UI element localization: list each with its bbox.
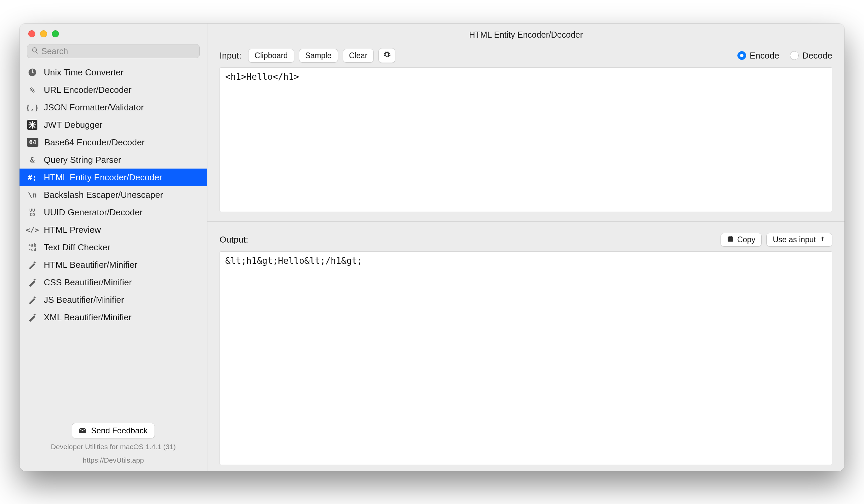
- sidebar-item-uuid[interactable]: UUID UUID Generator/Decoder: [20, 204, 207, 221]
- send-feedback-button[interactable]: Send Feedback: [72, 423, 155, 439]
- clipboard-button[interactable]: Clipboard: [248, 49, 294, 63]
- base64-icon: 64: [27, 138, 38, 147]
- sidebar-item-html-beautifier[interactable]: HTML Beautifier/Minifier: [20, 256, 207, 273]
- tool-list: Unix Time Converter % URL Encoder/Decode…: [20, 62, 207, 418]
- sidebar-footer: Send Feedback Developer Utilities for ma…: [20, 418, 207, 471]
- input-section: Input: Clipboard Sample Clear Encode: [207, 46, 844, 220]
- percent-icon: %: [27, 84, 38, 95]
- clear-button[interactable]: Clear: [343, 49, 374, 63]
- input-toolbar: Input: Clipboard Sample Clear Encode: [219, 46, 832, 65]
- angle-brackets-icon: </>: [27, 224, 38, 235]
- search-input[interactable]: [41, 47, 195, 56]
- search-field[interactable]: [27, 44, 200, 58]
- settings-button[interactable]: [379, 48, 395, 63]
- sidebar-item-css-beautifier[interactable]: CSS Beautifier/Minifier: [20, 273, 207, 291]
- sidebar-item-label: JS Beautifier/Minifier: [44, 295, 124, 305]
- wand-icon: [27, 277, 38, 288]
- output-label: Output:: [219, 234, 248, 245]
- backslash-n-icon: \n: [27, 189, 38, 200]
- gear-icon: [383, 50, 391, 61]
- sidebar-item-label: HTML Beautifier/Minifier: [44, 260, 137, 270]
- main-panel: HTML Entity Encoder/Decoder Input: Clipb…: [207, 24, 844, 471]
- sidebar-item-label: URL Encoder/Decoder: [44, 85, 132, 95]
- jwt-icon: [27, 120, 38, 130]
- encode-radio[interactable]: Encode: [737, 50, 779, 61]
- sidebar-item-label: Text Diff Checker: [44, 242, 110, 253]
- output-textarea[interactable]: &lt;h1&gt;Hello&lt;/h1&gt;: [219, 251, 832, 465]
- sidebar: Unix Time Converter % URL Encoder/Decode…: [20, 24, 207, 471]
- sidebar-item-label: UUID Generator/Decoder: [44, 207, 142, 218]
- wand-icon: [27, 294, 38, 305]
- sidebar-item-label: JSON Formatter/Validator: [44, 102, 144, 113]
- sidebar-item-url-encoder[interactable]: % URL Encoder/Decoder: [20, 81, 207, 99]
- zoom-window-button[interactable]: [52, 30, 59, 37]
- sidebar-item-jwt[interactable]: JWT Debugger: [20, 116, 207, 134]
- use-as-input-button[interactable]: Use as input: [766, 233, 832, 247]
- copy-button-label: Copy: [737, 235, 755, 244]
- sidebar-item-label: Backslash Escaper/Unescaper: [44, 190, 163, 200]
- decode-radio-label: Decode: [802, 50, 832, 61]
- input-textarea[interactable]: <h1>Hello</h1>: [219, 67, 832, 212]
- uuid-icon: UUID: [27, 207, 38, 218]
- sidebar-item-html-entity[interactable]: #; HTML Entity Encoder/Decoder: [20, 169, 207, 186]
- sidebar-item-js-beautifier[interactable]: JS Beautifier/Minifier: [20, 291, 207, 308]
- clock-icon: [27, 67, 38, 78]
- wand-icon: [27, 259, 38, 270]
- radio-disc-icon: [737, 51, 746, 60]
- app-window: Unix Time Converter % URL Encoder/Decode…: [20, 24, 844, 471]
- sidebar-item-text-diff[interactable]: +ab-cd Text Diff Checker: [20, 238, 207, 256]
- sidebar-item-label: CSS Beautifier/Minifier: [44, 277, 132, 288]
- sidebar-item-label: XML Beautifier/Minifier: [44, 312, 132, 323]
- sidebar-item-label: HTML Preview: [44, 225, 101, 235]
- diff-icon: +ab-cd: [27, 242, 38, 253]
- close-window-button[interactable]: [28, 30, 35, 37]
- output-toolbar: Output: Copy Use as input: [219, 230, 832, 249]
- sidebar-item-label: Query String Parser: [44, 155, 121, 165]
- mail-icon: [79, 426, 86, 435]
- minimize-window-button[interactable]: [40, 30, 47, 37]
- copy-button[interactable]: Copy: [721, 233, 761, 247]
- sidebar-item-label: HTML Entity Encoder/Decoder: [44, 172, 162, 183]
- sidebar-item-label: Unix Time Converter: [44, 67, 123, 78]
- sidebar-item-html-preview[interactable]: </> HTML Preview: [20, 221, 207, 238]
- radio-disc-icon: [790, 51, 799, 60]
- sidebar-item-base64[interactable]: 64 Base64 Encoder/Decoder: [20, 134, 207, 151]
- clipboard-icon: [727, 235, 734, 244]
- use-as-input-label: Use as input: [773, 235, 816, 244]
- send-feedback-label: Send Feedback: [91, 426, 147, 435]
- sidebar-item-json[interactable]: {,} JSON Formatter/Validator: [20, 99, 207, 116]
- sidebar-item-label: JWT Debugger: [44, 120, 103, 130]
- wand-icon: [27, 312, 38, 323]
- sidebar-item-backslash[interactable]: \n Backslash Escaper/Unescaper: [20, 186, 207, 204]
- sample-button[interactable]: Sample: [299, 49, 338, 63]
- window-title: HTML Entity Encoder/Decoder: [207, 24, 844, 46]
- hash-semicolon-icon: #;: [27, 172, 38, 183]
- ampersand-icon: &: [27, 155, 38, 165]
- footer-url-text: https://DevUtils.app: [27, 455, 200, 465]
- window-controls: [20, 24, 207, 42]
- sidebar-item-querystring[interactable]: & Query String Parser: [20, 151, 207, 169]
- output-section: Output: Copy Use as input: [207, 221, 844, 471]
- footer-version-text: Developer Utilities for macOS 1.4.1 (31): [27, 442, 200, 452]
- encode-radio-label: Encode: [749, 50, 779, 61]
- sidebar-item-label: Base64 Encoder/Decoder: [45, 137, 145, 148]
- arrow-up-icon: [819, 235, 826, 244]
- sidebar-item-xml-beautifier[interactable]: XML Beautifier/Minifier: [20, 308, 207, 326]
- braces-icon: {,}: [27, 102, 38, 113]
- input-label: Input:: [219, 50, 241, 61]
- sidebar-item-unix-time[interactable]: Unix Time Converter: [20, 64, 207, 81]
- search-icon: [31, 47, 41, 56]
- decode-radio[interactable]: Decode: [790, 50, 832, 61]
